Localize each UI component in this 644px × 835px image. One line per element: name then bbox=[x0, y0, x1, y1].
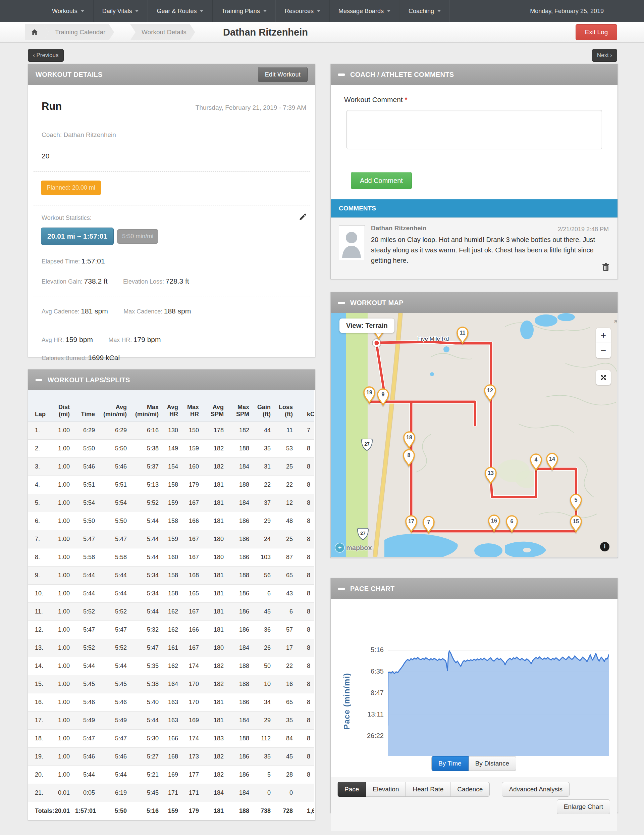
tab-cadence[interactable]: Cadence bbox=[451, 782, 490, 797]
nav-item-label: Gear & Routes bbox=[157, 8, 196, 15]
max-cadence-value: 188 spm bbox=[164, 307, 191, 315]
pace-chart: Pace (min/mi) 5:166:358:4713:1126:220:00… bbox=[331, 599, 617, 756]
elapsed-value: 1:57:01 bbox=[81, 257, 105, 265]
laps-column-header: Time bbox=[75, 390, 100, 422]
laps-column-header: Gain(ft) bbox=[255, 390, 276, 422]
tab-heart-rate[interactable]: Heart Rate bbox=[406, 782, 451, 797]
chevron-down-icon bbox=[135, 10, 138, 12]
workout-comment-label: Workout Comment * bbox=[344, 96, 618, 104]
map-marker-13[interactable]: 13 bbox=[485, 468, 496, 484]
svg-text:19: 19 bbox=[366, 390, 372, 395]
map-info-button[interactable]: i bbox=[600, 542, 610, 551]
svg-text:17: 17 bbox=[408, 518, 414, 524]
chart-y-axis-title: Pace (min/mi) bbox=[342, 645, 352, 757]
by-time-button[interactable]: By Time bbox=[431, 756, 469, 771]
workout-details-panel: WORKOUT DETAILS Edit Workout Run Thursda… bbox=[28, 64, 315, 357]
y-axis-tick: 26:22 bbox=[360, 732, 384, 740]
table-row: 2.1.005:505:505:3814915918218835538 bbox=[28, 440, 314, 458]
collapse-icon[interactable] bbox=[338, 302, 345, 304]
pace-badge[interactable]: 5:50 min/mi bbox=[117, 229, 158, 244]
top-navbar: WorkoutsDaily VitalsGear & RoutesTrainin… bbox=[0, 0, 644, 22]
by-distance-button[interactable]: By Distance bbox=[469, 756, 516, 771]
delete-comment-trash-icon[interactable] bbox=[602, 263, 610, 273]
enlarge-chart-button[interactable]: Enlarge Chart bbox=[557, 799, 610, 814]
map-marker-16[interactable]: 16 bbox=[489, 515, 500, 531]
collapse-icon[interactable] bbox=[338, 73, 345, 76]
map-marker-12[interactable]: 12 bbox=[485, 385, 495, 401]
nav-item-training-plans[interactable]: Training Plans bbox=[213, 0, 276, 22]
pace-chart-panel: PACE CHART Pace (min/mi) 5:166:358:4713:… bbox=[330, 578, 618, 813]
svg-text:11: 11 bbox=[460, 330, 466, 336]
previous-button[interactable]: ‹ Previous bbox=[28, 49, 64, 62]
distance-time-badge[interactable]: 20.01 mi ~ 1:57:01 bbox=[41, 227, 114, 245]
svg-text:27: 27 bbox=[360, 531, 366, 536]
tab-elevation[interactable]: Elevation bbox=[366, 782, 406, 797]
avg-hr-label: Avg HR: bbox=[42, 336, 64, 343]
add-comment-button[interactable]: Add Comment bbox=[351, 172, 412, 189]
breadcrumb: Training Calendar Workout Details Dathan… bbox=[0, 22, 644, 42]
mapbox-attribution[interactable]: ✦ mapbox bbox=[336, 543, 372, 552]
laps-table-wrap: LapDist(mi)TimeAvg(min/mi)Max(min/mi)Avg… bbox=[28, 390, 314, 820]
pace-chart-header: PACE CHART bbox=[331, 578, 618, 599]
max-hr-value: 179 bpm bbox=[133, 336, 161, 343]
map-zoom-in-button[interactable]: + bbox=[596, 328, 611, 343]
route-casing bbox=[369, 342, 576, 531]
table-row: 13.1.005:525:525:4716116718018426178 bbox=[28, 639, 314, 657]
comments-panel-header: COACH / ATHLETE COMMENTS bbox=[331, 64, 618, 85]
edit-stats-pencil-icon[interactable] bbox=[299, 213, 306, 222]
map-marker-5[interactable]: 5 bbox=[571, 494, 581, 510]
breadcrumb-workout-details[interactable]: Workout Details bbox=[130, 24, 195, 40]
nav-item-message-boards[interactable]: Message Boards bbox=[329, 0, 399, 22]
laps-column-header: MaxHR bbox=[183, 390, 204, 422]
page-title: Dathan Ritzenhein bbox=[223, 22, 308, 42]
chart-footer: PaceElevationHeart RateCadence Advanced … bbox=[331, 777, 617, 831]
divider bbox=[336, 163, 613, 163]
laps-column-header: AvgSPM bbox=[204, 390, 229, 422]
next-button[interactable]: Next › bbox=[592, 49, 617, 62]
nav-item-daily-vitals[interactable]: Daily Vitals bbox=[93, 0, 148, 22]
workout-datetime: Thursday, February 21, 2019 - 7:39 AM bbox=[196, 104, 306, 111]
fullscreen-icon bbox=[600, 374, 607, 381]
nav-item-resources[interactable]: Resources bbox=[276, 0, 329, 22]
map-view-toggle-button[interactable]: View: Terrain bbox=[339, 318, 394, 333]
laps-column-header: AvgHR bbox=[164, 390, 183, 422]
svg-text:7: 7 bbox=[427, 519, 430, 525]
collapse-icon[interactable] bbox=[338, 588, 345, 590]
mapbox-icon: ✦ bbox=[336, 543, 344, 552]
road-label: Five Mile Rd bbox=[417, 336, 449, 342]
comment-timestamp: 2/21/2019 2:48 PM bbox=[558, 226, 609, 233]
chart-metric-tabs: PaceElevationHeart RateCadence bbox=[337, 782, 490, 797]
map-panel: WORKOUT MAP bbox=[330, 292, 618, 558]
table-row: 8.1.005:585:585:44160167180186103878 bbox=[28, 548, 314, 567]
advanced-analysis-button[interactable]: Advanced Analysis bbox=[502, 782, 569, 797]
nav-item-label: Daily Vitals bbox=[102, 8, 132, 15]
nav-item-label: Message Boards bbox=[339, 8, 384, 15]
table-row: 21.0.010:056:195:4517117118418400 bbox=[28, 784, 314, 802]
comments-panel: COACH / ATHLETE COMMENTS Workout Comment… bbox=[330, 64, 618, 279]
laps-column-header: Lap bbox=[28, 390, 47, 422]
collapse-icon[interactable] bbox=[36, 379, 42, 381]
divider bbox=[33, 205, 310, 205]
comment-item: Dathan Ritzenhein 2/21/2019 2:48 PM 20 m… bbox=[331, 218, 618, 279]
table-row: 7.1.005:475:475:4415916718018624258 bbox=[28, 530, 314, 548]
table-row: 11.1.005:525:525:441621671811864568 bbox=[28, 603, 314, 621]
map-fullscreen-button[interactable] bbox=[596, 370, 611, 385]
chart-mode-toggle: By Time By Distance bbox=[331, 756, 617, 777]
workout-map[interactable]: Five Mile Rd ie 27 27 201112199188134 bbox=[331, 313, 617, 557]
map-zoom-out-button[interactable]: − bbox=[596, 343, 611, 358]
workout-log-page: WorkoutsDaily VitalsGear & RoutesTrainin… bbox=[0, 0, 644, 835]
nav-item-gear-routes[interactable]: Gear & Routes bbox=[148, 0, 213, 22]
table-row: 16.1.005:465:465:4016317018118634658 bbox=[28, 694, 314, 712]
nav-item-label: Coaching bbox=[409, 8, 434, 15]
route-start-marker bbox=[372, 339, 381, 348]
workout-comment-input[interactable] bbox=[347, 110, 602, 149]
map-marker-11[interactable]: 11 bbox=[457, 327, 468, 343]
breadcrumb-training-calendar[interactable]: Training Calendar bbox=[44, 24, 114, 40]
tab-pace[interactable]: Pace bbox=[337, 782, 366, 797]
svg-text:4: 4 bbox=[535, 457, 538, 463]
exit-log-button[interactable]: Exit Log bbox=[576, 24, 617, 40]
nav-item-label: Workouts bbox=[52, 8, 78, 15]
nav-item-coaching[interactable]: Coaching bbox=[399, 0, 450, 22]
edit-workout-button[interactable]: Edit Workout bbox=[258, 67, 308, 82]
nav-item-workouts[interactable]: Workouts bbox=[43, 0, 93, 22]
